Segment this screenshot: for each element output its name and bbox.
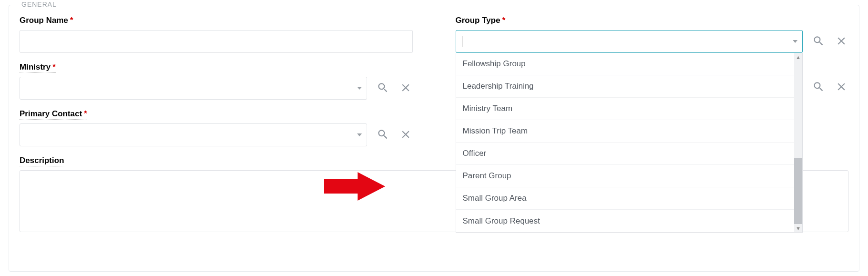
chevron-down-icon xyxy=(357,87,362,90)
group-type-option[interactable]: Small Group Area xyxy=(456,187,795,210)
label-primary-contact: Primary Contact* xyxy=(20,109,87,120)
right-second-clear-button[interactable] xyxy=(834,80,848,94)
search-icon xyxy=(812,81,825,94)
field-group-name: Group Name* xyxy=(20,16,413,53)
right-column: Group Type* Fellowship GroupLeadership T… xyxy=(456,16,849,244)
primary-contact-lookup-button[interactable] xyxy=(376,128,390,142)
search-icon xyxy=(812,35,825,49)
chevron-down-icon xyxy=(357,133,362,136)
ministry-clear-button[interactable] xyxy=(399,81,413,95)
close-icon xyxy=(835,81,848,94)
group-type-option[interactable]: Leadership Training xyxy=(456,75,795,98)
required-marker: * xyxy=(52,62,56,72)
field-group-type: Group Type* Fellowship GroupLeadership T… xyxy=(456,16,849,53)
group-type-lookup-button[interactable] xyxy=(811,34,826,49)
close-icon xyxy=(399,128,412,142)
legend-general: GENERAL xyxy=(18,0,60,8)
required-marker: * xyxy=(84,109,87,118)
required-marker: * xyxy=(70,16,73,25)
dropdown-scrollbar[interactable]: ▲ ▼ xyxy=(794,53,802,232)
text-caret-icon xyxy=(462,36,462,47)
label-ministry: Ministry* xyxy=(20,62,56,73)
general-fieldset: GENERAL Group Name* Ministry* xyxy=(9,5,859,272)
primary-contact-clear-button[interactable] xyxy=(399,128,413,142)
scroll-up-icon[interactable]: ▲ xyxy=(794,53,802,61)
group-name-input[interactable] xyxy=(20,30,413,53)
label-group-name: Group Name* xyxy=(20,16,73,26)
close-icon xyxy=(835,35,848,49)
group-type-option[interactable]: Fellowship Group xyxy=(456,53,795,75)
ministry-combobox[interactable] xyxy=(20,77,367,100)
field-ministry: Ministry* xyxy=(20,62,413,100)
group-type-dropdown: Fellowship GroupLeadership TrainingMinis… xyxy=(456,53,803,233)
field-description: Description xyxy=(20,156,413,234)
group-type-option[interactable]: Parent Group xyxy=(456,165,795,187)
chevron-down-icon xyxy=(793,40,798,43)
group-type-clear-button[interactable] xyxy=(834,34,848,49)
scroll-down-icon[interactable]: ▼ xyxy=(794,224,802,232)
search-icon xyxy=(377,82,389,95)
search-icon xyxy=(377,128,389,142)
right-second-lookup-button[interactable] xyxy=(811,80,826,94)
label-description: Description xyxy=(20,156,64,166)
group-type-combobox[interactable] xyxy=(456,30,803,53)
primary-contact-combobox[interactable] xyxy=(20,123,367,146)
group-type-option[interactable]: Ministry Team xyxy=(456,98,795,120)
group-type-option[interactable]: Mission Trip Team xyxy=(456,120,795,143)
left-column: Group Name* Ministry* xyxy=(20,16,413,244)
scroll-thumb[interactable] xyxy=(794,158,802,225)
required-marker: * xyxy=(502,16,506,25)
ministry-lookup-button[interactable] xyxy=(376,81,390,95)
group-type-option[interactable]: Officer xyxy=(456,143,795,165)
field-primary-contact: Primary Contact* xyxy=(20,109,413,146)
close-icon xyxy=(399,82,412,95)
label-group-type: Group Type* xyxy=(456,16,506,26)
group-type-option[interactable]: Small Group Request xyxy=(456,210,795,232)
